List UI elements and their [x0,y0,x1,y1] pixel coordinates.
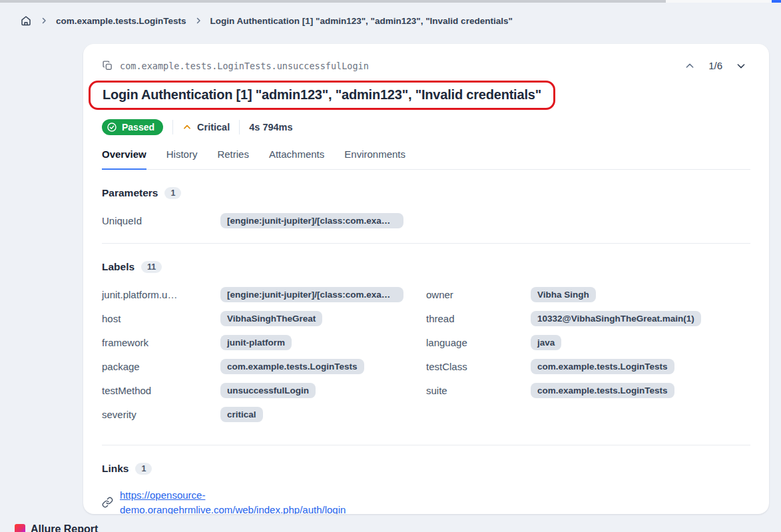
label-value-chip: VibhaSinghTheGreat [220,311,322,326]
severity-indicator: Critical [182,122,230,133]
label-key: framework [102,337,220,348]
label-row: thread 10332@VibhaSinghTheGreat.main(1) [426,310,750,326]
copy-icon[interactable] [102,60,113,71]
label-row: severity critical [102,406,426,422]
label-value-chip: junit-platform [220,335,292,350]
label-row: testMethod unsuccessfulLogin [102,382,426,398]
labels-count-badge: 11 [141,261,162,273]
vertical-divider [239,120,240,134]
home-icon[interactable] [20,15,32,27]
parameter-key: UniqueId [102,215,220,226]
link-chain-icon [102,497,113,508]
tab-environments[interactable]: Environments [344,148,405,169]
label-key: junit.platform.u… [102,289,220,300]
status-label: Passed [122,122,154,133]
label-key: language [426,337,531,348]
chevron-up-icon[interactable] [684,61,695,71]
label-value-chip: java [531,335,561,350]
links-count-badge: 1 [135,463,152,475]
test-position-indicator: 1/6 [708,60,722,71]
label-value-chip: unsuccessfulLogin [220,383,316,398]
tab-overview[interactable]: Overview [102,148,146,170]
label-key: testMethod [102,385,220,396]
label-value-chip: [engine:junit-jupiter]/[class:com.exam… [220,287,403,302]
parameters-title: Parameters [102,187,158,199]
tab-bar: Overview History Retries Attachments Env… [102,148,750,170]
severity-critical-icon [182,123,192,132]
status-badge: Passed [102,119,163,135]
progress-strip-light [666,0,772,3]
label-key: testClass [426,361,531,372]
label-key: suite [426,385,531,396]
section-divider [102,445,750,445]
chevron-right-icon [194,17,202,25]
label-row: package com.example.tests.LoginTests [102,358,426,374]
allure-brand-label: Allure Report [31,523,98,532]
label-key: package [102,361,220,372]
label-row: language java [426,334,750,350]
label-row: junit.platform.u… [engine:junit-jupiter]… [102,286,426,302]
test-result-card: com.example.tests.LoginTests.unsuccessfu… [83,44,769,514]
test-title: Login Authentication [1] "admin123", "ad… [103,87,541,103]
labels-column-left: junit.platform.u… [engine:junit-jupiter]… [102,286,426,430]
label-value-chip: 10332@VibhaSinghTheGreat.main(1) [531,311,701,326]
parameter-value-chip: [engine:junit-jupiter]/[class:com.exam… [220,213,403,228]
chevron-right-icon [40,17,48,25]
label-value-chip: critical [220,407,263,422]
label-value-chip: com.example.tests.LoginTests [531,359,674,374]
top-progress-strip [0,0,781,3]
test-header-row: com.example.tests.LoginTests.unsuccessfu… [102,60,750,71]
link-row: https://opensource-demo.orangehrmlive.co… [102,488,750,514]
test-fullname: com.example.tests.LoginTests.unsuccessfu… [120,61,369,71]
parameters-section-header: Parameters 1 [102,187,750,199]
label-row: framework junit-platform [102,334,426,350]
severity-label: Critical [197,122,230,133]
external-link[interactable]: https://opensource-demo.orangehrmlive.co… [120,488,407,514]
vertical-divider [172,120,173,134]
allure-logo-icon [15,524,25,532]
label-value-chip: com.example.tests.LoginTests [531,383,674,398]
links-title: Links [102,463,129,475]
parameters-count-badge: 1 [164,187,181,199]
allure-report-brand: Allure Report [15,523,98,532]
breadcrumb: com.example.tests.LoginTests Login Authe… [0,0,781,27]
label-value-chip: com.example.tests.LoginTests [220,359,364,374]
label-key: owner [426,289,531,300]
label-key: thread [426,313,531,324]
label-value-chip: Vibha Singh [531,287,596,302]
tab-retries[interactable]: Retries [217,148,249,169]
annotation-highlight-box: Login Authentication [1] "admin123", "ad… [89,81,555,110]
label-row: owner Vibha Singh [426,286,750,302]
labels-section-header: Labels 11 [102,261,750,273]
progress-strip-blue [772,0,781,3]
chevron-down-icon[interactable] [736,61,746,71]
check-circle-icon [107,122,117,133]
tab-history[interactable]: History [166,148,198,169]
test-nav-group: 1/6 [684,60,746,71]
labels-column-right: owner Vibha Singh thread 10332@VibhaSing… [426,286,750,430]
labels-grid: junit.platform.u… [engine:junit-jupiter]… [102,286,750,430]
fullname-wrap: com.example.tests.LoginTests.unsuccessfu… [102,60,369,71]
section-divider [102,243,750,244]
labels-title: Labels [102,261,134,273]
label-key: host [102,313,220,324]
parameter-row: UniqueId [engine:junit-jupiter]/[class:c… [102,212,750,228]
links-section-header: Links 1 [102,463,750,475]
label-row: testClass com.example.tests.LoginTests [426,358,750,374]
label-row: suite com.example.tests.LoginTests [426,382,750,398]
breadcrumb-group[interactable]: com.example.tests.LoginTests [56,16,186,26]
label-key: severity [102,409,220,420]
label-row: host VibhaSinghTheGreat [102,310,426,326]
breadcrumb-current-test: Login Authentication [1] "admin123", "ad… [210,16,513,26]
status-row: Passed Critical 4s 794ms [102,119,750,135]
duration-label: 4s 794ms [249,122,292,133]
tab-attachments[interactable]: Attachments [269,148,324,169]
progress-strip-gray [0,0,666,3]
